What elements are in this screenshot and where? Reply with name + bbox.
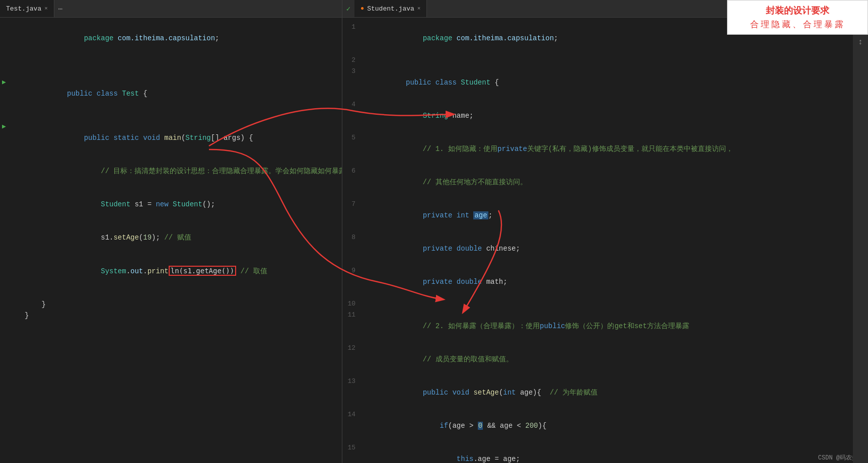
- r-line-9: 9 private double math;: [342, 265, 868, 298]
- r-line-2: 2: [342, 55, 868, 66]
- r-line-4: 4 String name;: [342, 99, 868, 132]
- r-line-6: 6 // 其他任何地方不能直接访问。: [342, 166, 868, 199]
- sidebar-icons: ☰ ↕: [853, 18, 868, 463]
- left-tab-bar: Test.java × ⋯: [0, 0, 342, 18]
- r-line-12: 12 // 成员变量的取值和赋值。: [342, 343, 868, 376]
- r-line-13: 13 public void setAge(int age){ // 为年龄赋值: [342, 376, 868, 409]
- r-line-15: 15 this.age = age;: [342, 442, 868, 463]
- code-line-s1: Student s1 = new Student();: [0, 188, 342, 221]
- run-icon-2[interactable]: ▶: [2, 121, 6, 132]
- sidebar-icon-2[interactable]: ↕: [858, 38, 863, 47]
- r-line-5: 5 // 1. 如何隐藏：使用private关键字(私有，隐藏)修饰成员变量，就…: [342, 132, 868, 166]
- code-line: package com.itheima.capsulation;: [0, 22, 342, 55]
- annotation-title: 封装的设计要求: [734, 5, 861, 17]
- r-line-3: 3 public class Student {: [342, 66, 868, 99]
- left-code-area: package com.itheima.capsulation; ▶ publi…: [0, 18, 342, 325]
- code-line-setage: s1.setAge(19); // 赋值: [0, 221, 342, 254]
- code-line-class: ▶ public class Test {: [0, 77, 342, 110]
- code-line-main: ▶ public static void main(String[] args)…: [0, 121, 342, 155]
- student-tab-icon: ●: [360, 5, 364, 12]
- code-line-close1: }: [0, 299, 342, 310]
- editor-container: Test.java × ⋯ package com.itheima.capsul…: [0, 0, 868, 463]
- annotation-subtitle: 合理隐藏、合理暴露: [734, 19, 861, 30]
- right-panel: ✓ ● Student.java × 1 package com.itheima…: [342, 0, 868, 463]
- code-line-close2: }: [0, 310, 342, 321]
- left-tab-test[interactable]: Test.java ×: [0, 0, 54, 17]
- r-line-14: 14 if(age > 0 && age < 200){: [342, 409, 868, 442]
- code-line-println: System.out.println(s1.getAge()) // 取值: [0, 254, 342, 288]
- tab-filename: Test.java: [6, 5, 41, 13]
- r-line-11: 11 // 2. 如何暴露（合理暴露）：使用public修饰（公开）的get和s…: [342, 310, 868, 343]
- right-code-area: 1 package com.itheima.capsulation; 2 3 p…: [342, 18, 868, 463]
- code-line-comment1: // 目标：搞清楚封装的设计思想：合理隐藏合理暴露。学会如何隐藏如何暴露。: [0, 155, 342, 188]
- annotation-box: 封装的设计要求 合理隐藏、合理暴露: [727, 0, 868, 35]
- tab-more-left[interactable]: ⋯: [54, 5, 66, 13]
- right-tab-student[interactable]: ● Student.java ×: [354, 0, 427, 17]
- r-line-8: 8 private double chinese;: [342, 232, 868, 265]
- run-icon-1[interactable]: ▶: [2, 77, 6, 88]
- check-mark: ✓: [342, 5, 354, 13]
- r-line-7: 7 private int age;: [342, 199, 868, 232]
- left-panel: Test.java × ⋯ package com.itheima.capsul…: [0, 0, 342, 463]
- tab-close-left[interactable]: ×: [44, 6, 48, 12]
- r-line-10: 10: [342, 298, 868, 310]
- student-tab-name: Student.java: [367, 5, 414, 13]
- student-tab-close[interactable]: ×: [417, 6, 421, 12]
